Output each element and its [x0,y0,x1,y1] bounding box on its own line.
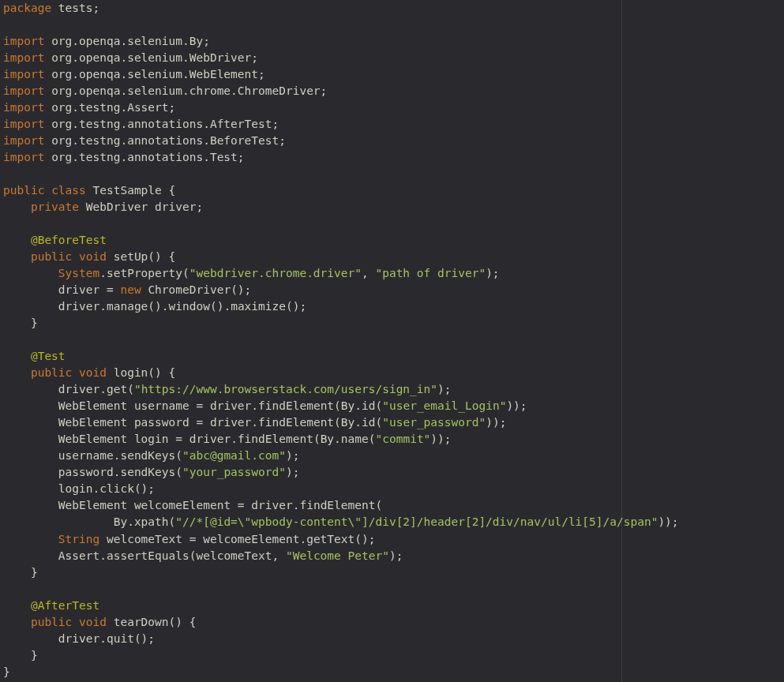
token-method: id [362,416,375,429]
token-ident: password [134,416,189,429]
token-punct [3,466,58,478]
token-ident: password [58,466,114,478]
token-punct [44,118,51,130]
token-punct: ( [334,399,341,412]
token-type: WebDriver [86,200,148,213]
code-line[interactable] [3,581,618,598]
code-line[interactable]: WebElement password = driver.findElement… [3,414,618,431]
token-ident: org.openqa.selenium.WebElement [51,68,258,81]
token-ident: welcomeElement [203,533,299,545]
token-punct [3,383,58,395]
token-ident: welcomeText [107,533,182,545]
code-line[interactable]: } [3,664,618,680]
token-punct: . [231,433,238,445]
code-line[interactable]: driver.get("https://www.browserstack.com… [3,381,618,398]
code-line[interactable]: } [3,315,618,332]
token-kw: import [3,151,44,163]
code-line[interactable]: @BeforeTest [3,232,618,249]
code-line[interactable] [3,166,618,182]
token-punct [72,616,79,628]
code-line[interactable]: String welcomeText = welcomeElement.getT… [3,531,618,548]
code-line[interactable]: import org.openqa.selenium.chrome.Chrome… [3,83,618,99]
token-punct: ( [182,267,189,279]
token-method: tearDown [114,616,169,628]
token-ident: org.openqa.selenium.chrome.ChromeDriver [51,84,320,97]
code-line[interactable]: By.xpath("//*[@id=\"wpbody-content\"]/di… [3,514,618,530]
code-line[interactable] [3,215,618,232]
token-punct [86,184,93,197]
token-punct [3,283,58,296]
token-kw: import [3,84,44,97]
token-kw: public [31,616,72,628]
code-line[interactable]: } [3,647,618,664]
code-line[interactable]: driver.quit(); [3,631,618,647]
code-line[interactable]: @AfterTest [3,598,618,614]
token-punct [148,200,155,213]
code-line[interactable]: import org.testng.annotations.Test; [3,149,618,166]
code-line[interactable]: System.setProperty("webdriver.chrome.dri… [3,265,618,282]
token-ident: username [58,449,114,462]
token-ident: org.openqa.selenium.WebDriver [51,51,251,64]
code-line[interactable]: import org.testng.annotations.BeforeTest… [3,133,618,149]
token-punct: ( [127,383,134,395]
token-method: maximize [231,300,286,313]
code-line[interactable]: } [3,564,618,581]
code-editor[interactable]: package tests; import org.openqa.seleniu… [0,0,622,682]
code-line[interactable]: import org.testng.Assert; [3,99,618,116]
code-line[interactable]: public void tearDown() { [3,614,618,631]
token-method: login [114,366,148,379]
token-punct [3,533,58,545]
token-punct: . [99,267,107,279]
code-line[interactable]: WebElement login = driver.findElement(By… [3,431,618,448]
code-line[interactable]: import org.openqa.selenium.WebElement; [3,66,618,83]
code-line[interactable]: driver = new ChromeDriver(); [3,282,618,298]
code-line[interactable]: @Test [3,348,618,365]
code-line[interactable]: private WebDriver driver; [3,199,618,215]
code-line[interactable]: username.sendKeys("abc@gmail.com"); [3,448,618,464]
code-line[interactable]: package tests; [3,0,618,17]
token-punct [99,533,107,545]
token-punct: = [182,533,203,545]
token-punct: ( [169,515,176,528]
code-line[interactable]: import org.openqa.selenium.By; [3,33,618,50]
code-line[interactable]: import org.openqa.selenium.WebDriver; [3,50,618,66]
token-punct: ; [251,51,258,64]
token-string: "webdriver.chrome.driver" [189,267,362,279]
token-punct: . [99,383,107,395]
token-punct [3,200,31,213]
code-line[interactable]: import org.testng.annotations.AfterTest; [3,116,618,133]
token-method: sendKeys [120,449,175,462]
token-punct [72,250,79,263]
token-punct: ); [437,383,451,395]
token-ident: driver [210,399,251,412]
token-punct: ( [369,433,376,445]
token-punct: { [162,184,175,197]
code-line[interactable]: password.sendKeys("your_password"); [3,464,618,481]
code-line[interactable]: WebElement username = driver.findElement… [3,398,618,414]
token-ident: driver [58,383,99,395]
code-line[interactable]: public class TestSample { [3,182,618,199]
token-punct [44,184,51,197]
code-line[interactable]: Assert.assertEquals(welcomeText, "Welcom… [3,548,618,564]
token-punct: ( [334,416,341,429]
token-sys: System [58,267,99,279]
token-punct [3,366,31,379]
code-line[interactable]: driver.manage().window().maximize(); [3,298,618,315]
token-punct: . [334,433,341,445]
token-punct [79,200,86,213]
token-punct [107,616,114,628]
code-line[interactable]: public void login() { [3,365,618,381]
code-line[interactable]: WebElement welcomeElement = driver.findE… [3,497,618,514]
code-line[interactable]: login.click(); [3,481,618,497]
code-line[interactable]: public void setUp() { [3,249,618,265]
code-line[interactable] [3,332,618,348]
token-method: findElement [258,399,334,412]
token-punct [44,101,51,114]
token-punct [3,482,58,495]
token-ident: driver [58,632,99,645]
token-ident: org.testng.annotations.Test [51,151,238,163]
token-punct [72,366,79,379]
token-punct: ; [196,200,203,213]
code-line[interactable] [3,17,618,33]
token-punct [127,499,134,512]
